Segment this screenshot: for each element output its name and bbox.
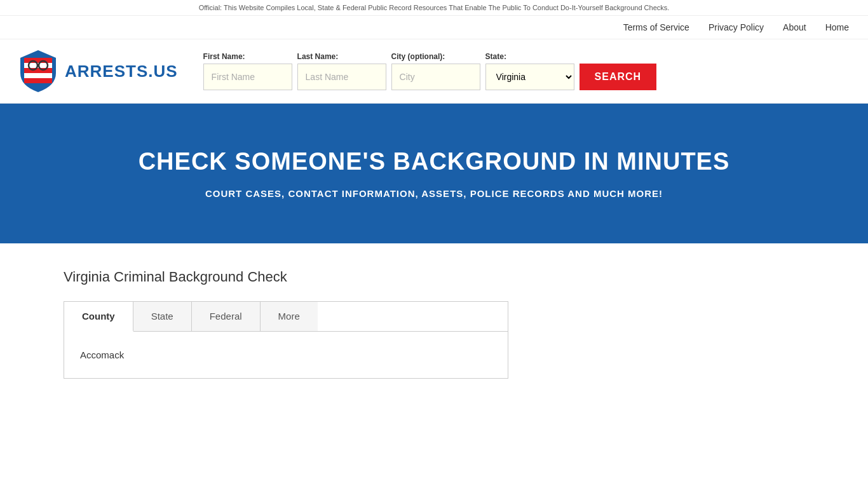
- tabs-header: County State Federal More: [64, 302, 508, 332]
- section-title: Virginia Criminal Background Check: [64, 269, 804, 285]
- state-field: State: Select State Alabama Alaska Arizo…: [485, 52, 574, 90]
- hero-title: CHECK SOMEONE'S BACKGROUND IN MINUTES: [25, 148, 843, 175]
- hero-banner: CHECK SOMEONE'S BACKGROUND IN MINUTES CO…: [0, 104, 868, 243]
- logo-link[interactable]: ARRESTS.US: [19, 49, 178, 93]
- search-form: First Name: Last Name: City (optional): …: [203, 52, 849, 90]
- city-input[interactable]: [391, 64, 480, 90]
- tab-federal[interactable]: Federal: [192, 302, 261, 331]
- first-name-input[interactable]: [203, 64, 292, 90]
- main-content: Virginia Criminal Background Check Count…: [0, 243, 868, 404]
- logo-shield-icon: [19, 49, 57, 93]
- svg-rect-3: [24, 68, 52, 73]
- tab-more[interactable]: More: [261, 302, 318, 331]
- site-header: ARRESTS.US First Name: Last Name: City (…: [0, 39, 868, 104]
- list-item[interactable]: Accomack: [80, 344, 492, 365]
- last-name-input[interactable]: [297, 64, 386, 90]
- state-label: State:: [485, 52, 574, 61]
- city-field: City (optional):: [391, 52, 480, 90]
- top-nav: Terms of Service Privacy Policy About Ho…: [0, 16, 868, 39]
- nav-terms[interactable]: Terms of Service: [623, 22, 689, 32]
- state-select[interactable]: Select State Alabama Alaska Arizona Arka…: [485, 64, 574, 90]
- nav-about[interactable]: About: [783, 22, 806, 32]
- announcement-text: Official: This Website Compiles Local, S…: [199, 4, 670, 11]
- nav-privacy[interactable]: Privacy Policy: [709, 22, 764, 32]
- tab-state[interactable]: State: [133, 302, 192, 331]
- first-name-field: First Name:: [203, 52, 292, 90]
- tab-content: Accomack: [64, 332, 508, 378]
- logo-text: ARRESTS.US: [65, 62, 178, 81]
- search-button[interactable]: SEARCH: [580, 64, 657, 90]
- svg-rect-4: [24, 78, 52, 83]
- last-name-field: Last Name:: [297, 52, 386, 90]
- nav-home[interactable]: Home: [825, 22, 849, 32]
- announcement-bar: Official: This Website Compiles Local, S…: [0, 0, 868, 16]
- city-label: City (optional):: [391, 52, 480, 61]
- svg-rect-1: [24, 73, 52, 78]
- tabs-container: County State Federal More Accomack: [64, 301, 508, 379]
- first-name-label: First Name:: [203, 52, 292, 61]
- last-name-label: Last Name:: [297, 52, 386, 61]
- tab-county[interactable]: County: [64, 302, 133, 332]
- hero-subtitle: COURT CASES, CONTACT INFORMATION, ASSETS…: [25, 188, 843, 199]
- svg-rect-2: [24, 58, 52, 63]
